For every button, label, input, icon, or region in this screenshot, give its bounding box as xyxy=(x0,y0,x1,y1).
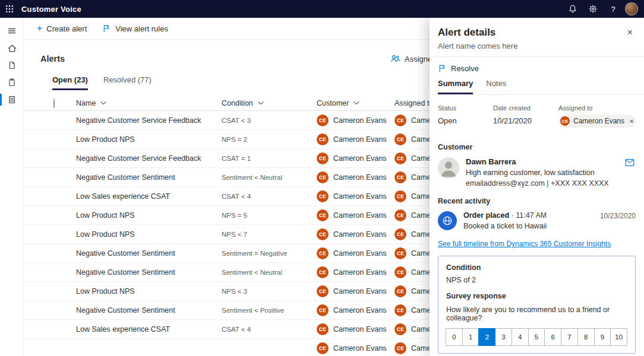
alert-condition: CSAT < 3 xyxy=(222,117,317,124)
assigned-person-pill[interactable]: CE Cameron Evans ✕ xyxy=(558,115,636,128)
top-app-bar: Customer Voice ? xyxy=(0,0,644,18)
assignee-avatar: CE xyxy=(560,116,570,126)
panel-title: Alert details xyxy=(438,27,517,39)
assignee-avatar: CE xyxy=(394,228,406,240)
alert-condition: Sentiment < Positive xyxy=(222,307,317,314)
alert-condition: CSAT < 4 xyxy=(222,193,317,200)
chevron-down-icon xyxy=(100,101,106,105)
recent-activity-section-label: Recent activity xyxy=(438,197,636,205)
alert-name: Negative Customer Service Feedback xyxy=(76,116,222,125)
customer-name: Cameron Evans xyxy=(333,287,387,295)
nps-box[interactable]: 10 xyxy=(610,328,627,346)
customer-name: Cameron Evans xyxy=(333,135,387,144)
tab-summary[interactable]: Summary xyxy=(438,79,473,94)
alert-condition: CSAT < 4 xyxy=(222,326,317,333)
nps-box[interactable]: 3 xyxy=(495,328,512,346)
condition-box: Condition NPS of 2 Survey response How l… xyxy=(438,256,636,354)
settings-gear-icon[interactable] xyxy=(585,1,601,17)
column-header-condition[interactable]: Condition xyxy=(222,99,317,107)
assignee-name: Cameron Evans xyxy=(573,117,624,125)
assigned-to-label: Assigned to xyxy=(558,104,636,112)
customer-name: Cameron Evans xyxy=(333,249,387,258)
date-created-value: 10/21/2020 xyxy=(493,116,558,125)
column-header-name[interactable]: Name xyxy=(76,99,222,107)
column-header-customer[interactable]: Customer xyxy=(317,99,394,107)
chevron-down-icon xyxy=(353,101,359,105)
nps-box[interactable]: 4 xyxy=(512,328,529,346)
status-value: Open xyxy=(438,116,493,125)
nav-home-icon[interactable] xyxy=(0,40,24,56)
status-label: Status xyxy=(438,104,493,112)
customer-section-label: Customer xyxy=(438,143,636,151)
alert-name-subtitle: Alert name comes here xyxy=(438,42,517,50)
activity-detail: Booked a ticket to Hawaii xyxy=(463,222,547,230)
remove-assignee-icon[interactable]: ✕ xyxy=(629,118,634,125)
assignee-avatar: CE xyxy=(394,266,406,278)
nps-box[interactable]: 2 xyxy=(478,328,495,346)
alert-name: Low Product NPS xyxy=(76,135,222,144)
resolve-button[interactable]: Resolve xyxy=(438,63,479,74)
assignee-avatar: CE xyxy=(394,304,406,316)
alert-condition: CSAT = 1 xyxy=(222,155,317,162)
customer-avatar: CE xyxy=(317,171,329,183)
activity-date: 10/23/2020 xyxy=(600,211,636,220)
help-icon[interactable]: ? xyxy=(605,1,621,17)
customer-cell: CE Cameron Evans xyxy=(317,323,394,335)
nav-document-icon[interactable] xyxy=(0,57,24,74)
assignee-avatar: CE xyxy=(394,152,406,164)
nav-menu-icon[interactable] xyxy=(0,23,24,39)
nps-box[interactable]: 9 xyxy=(594,328,611,346)
nps-box[interactable]: 1 xyxy=(462,328,479,346)
nps-box[interactable]: 8 xyxy=(577,328,595,346)
customer-cell: CE Cameron Evans xyxy=(317,171,394,183)
customer-avatar: CE xyxy=(317,228,329,240)
tab-open[interactable]: Open (23) xyxy=(52,75,88,90)
nps-box[interactable]: 5 xyxy=(528,328,545,346)
customer-name: Cameron Evans xyxy=(333,116,387,125)
alert-name: Low Product NPS xyxy=(76,211,222,220)
alert-name: Low Product NPS xyxy=(76,230,222,239)
customer-cell: CE Cameron Evans xyxy=(317,228,394,240)
app-launcher-icon[interactable] xyxy=(0,0,19,18)
customer-cell: CE Cameron Evans xyxy=(317,266,394,278)
customer-name: Cameron Evans xyxy=(333,306,387,314)
alert-name: Negative Customer Sentiment xyxy=(76,268,222,276)
customer-name: Cameron Evans xyxy=(333,344,387,352)
nps-box[interactable]: 7 xyxy=(561,328,578,346)
alert-condition: Sentiment = Negative xyxy=(222,250,317,257)
alert-fields: Status Open Date created 10/21/2020 Assi… xyxy=(438,104,636,128)
nav-alerts-report-icon[interactable] xyxy=(0,91,24,108)
globe-icon xyxy=(438,211,457,230)
view-alert-rules-button[interactable]: View alert rules xyxy=(102,24,168,33)
alert-name: Low Sales experience CSAT xyxy=(76,192,222,201)
alert-name: Low Sales experience CSAT xyxy=(76,325,222,333)
customer-cell: CE Cameron Evans xyxy=(317,342,394,354)
email-icon[interactable] xyxy=(625,158,634,167)
customer-name: Dawn Barrera xyxy=(466,157,609,166)
assignee-avatar: CE xyxy=(394,209,406,221)
select-all-checkbox[interactable] xyxy=(53,98,55,109)
assignee-avatar: CE xyxy=(394,323,406,335)
notifications-bell-icon[interactable] xyxy=(564,1,581,17)
alert-condition: NPS < 3 xyxy=(222,288,317,295)
alert-name: Negative Customer Service Feedback xyxy=(76,154,222,163)
assignee-avatar: CE xyxy=(394,190,406,202)
close-icon[interactable]: ✕ xyxy=(624,27,636,38)
condition-value: NPS of 2 xyxy=(446,276,627,284)
account-avatar[interactable] xyxy=(625,2,638,15)
customer-name: Cameron Evans xyxy=(333,211,387,220)
nps-box[interactable]: 6 xyxy=(544,328,561,346)
customer-card: Dawn Barrera High earning customer, low … xyxy=(438,157,636,187)
create-alert-button[interactable]: + Create alert xyxy=(37,24,87,33)
customer-avatar: CE xyxy=(317,115,329,126)
nav-clipboard-icon[interactable] xyxy=(0,74,24,91)
customer-avatar: CE xyxy=(317,304,329,316)
customer-name: Cameron Evans xyxy=(333,230,387,239)
timeline-link[interactable]: See full timeline from Dynamics 365 Cust… xyxy=(438,240,611,248)
customer-cell: CE Cameron Evans xyxy=(317,285,394,297)
tab-notes[interactable]: Notes xyxy=(486,79,506,94)
customer-name: Cameron Evans xyxy=(333,173,387,182)
tab-resolved[interactable]: Resolved (77) xyxy=(103,75,151,90)
nps-box[interactable]: 0 xyxy=(446,328,463,346)
customer-cell: CE Cameron Evans xyxy=(317,152,394,164)
